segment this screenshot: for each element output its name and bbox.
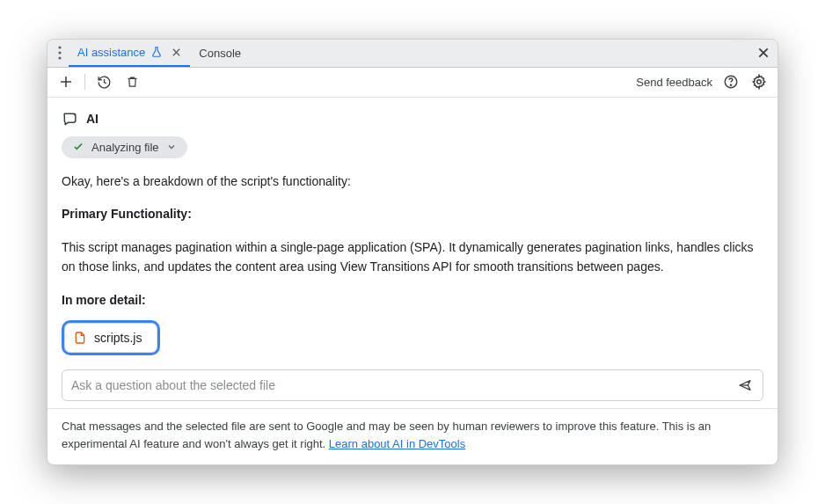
disclaimer-footer: Chat messages and the selected file are … <box>47 408 778 464</box>
settings-button[interactable] <box>749 72 769 91</box>
close-icon <box>757 47 770 59</box>
chat-content: AI Analyzing file Okay, here's a breakdo… <box>47 98 778 364</box>
selected-file-chip[interactable]: scripts.js <box>62 320 160 355</box>
svg-point-0 <box>58 47 61 49</box>
close-tab-button[interactable] <box>172 47 181 57</box>
analyzing-chip[interactable]: Analyzing file <box>62 136 187 158</box>
help-icon <box>723 74 739 90</box>
sparkle-chat-icon <box>62 110 79 128</box>
response-intro: Okay, here's a breakdown of the script's… <box>62 172 763 192</box>
new-chat-button[interactable] <box>56 72 76 91</box>
svg-point-4 <box>730 84 731 85</box>
gear-icon <box>751 74 767 90</box>
response-heading-2: In more detail: <box>62 291 763 310</box>
close-panel-button[interactable] <box>749 47 778 59</box>
send-icon <box>736 378 754 392</box>
help-button[interactable] <box>721 72 741 91</box>
toolbar: Send feedback <box>47 68 778 98</box>
devtools-panel: AI assistance Console <box>47 39 778 465</box>
tab-label: AI assistance <box>77 46 145 59</box>
more-menu-button[interactable] <box>51 46 69 60</box>
flask-icon <box>150 46 163 58</box>
response-paragraph-1: This script manages pagination within a … <box>62 238 763 276</box>
response-heading-1: Primary Functionality: <box>62 205 763 224</box>
trash-icon <box>126 75 139 89</box>
kebab-icon <box>58 46 62 60</box>
tab-console[interactable]: Console <box>190 40 250 67</box>
plus-icon <box>59 75 73 89</box>
learn-more-link[interactable]: Learn about AI in DevTools <box>329 437 465 450</box>
ai-header: AI <box>62 110 763 128</box>
chat-input-row <box>62 369 763 401</box>
chip-label: Analyzing file <box>91 141 159 154</box>
svg-point-5 <box>757 80 762 84</box>
tab-bar: AI assistance Console <box>47 40 778 68</box>
tab-label: Console <box>199 47 241 60</box>
tab-ai-assistance[interactable]: AI assistance <box>69 40 190 67</box>
svg-point-2 <box>58 57 61 60</box>
chat-input[interactable] <box>71 378 736 392</box>
svg-point-1 <box>58 52 61 55</box>
divider <box>84 74 85 90</box>
ai-label: AI <box>86 112 99 126</box>
delete-button[interactable] <box>122 72 142 91</box>
file-icon <box>73 330 87 346</box>
history-button[interactable] <box>94 72 113 91</box>
send-button[interactable] <box>736 378 754 392</box>
history-icon <box>97 75 112 90</box>
file-name: scripts.js <box>94 331 142 345</box>
check-icon <box>72 141 84 153</box>
chevron-down-icon <box>166 142 177 152</box>
send-feedback-link[interactable]: Send feedback <box>636 76 712 89</box>
